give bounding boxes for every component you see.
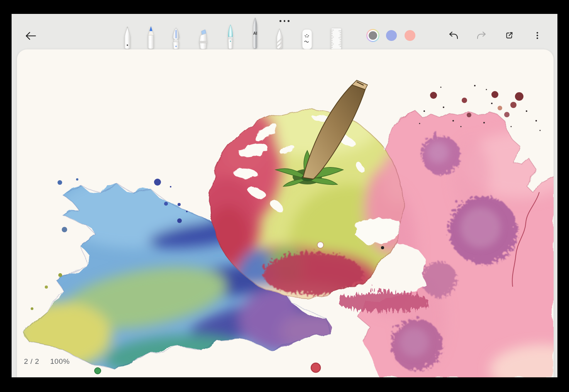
- toolbar: AI: [12, 14, 557, 49]
- artwork-watercolor-apple: [17, 49, 554, 377]
- drawing-app-window: AI: [12, 14, 557, 377]
- ai-pen-icon: AI: [247, 17, 264, 49]
- pencil-icon: [142, 25, 159, 49]
- tool-ballpoint-pen[interactable]: [119, 26, 136, 49]
- color-swatch-salmon[interactable]: [405, 30, 415, 41]
- tool-textured-pen[interactable]: [271, 28, 288, 49]
- brush-icon: [222, 24, 239, 49]
- color-swatch-periwinkle[interactable]: [386, 30, 397, 41]
- tool-ruler[interactable]: [328, 27, 345, 49]
- tool-brush[interactable]: [222, 24, 239, 49]
- redo-icon: [476, 31, 487, 40]
- open-in-new-icon: [505, 31, 514, 40]
- drawing-canvas[interactable]: 2 / 2 100%: [17, 49, 554, 377]
- tool-highlighter[interactable]: [194, 29, 211, 49]
- drag-handle-dots-icon: [288, 20, 290, 22]
- drag-handle-dots-icon: [279, 20, 281, 22]
- tool-fountain-pen[interactable]: [168, 27, 185, 49]
- ruler-icon: [328, 27, 345, 49]
- tool-pencil[interactable]: [142, 25, 159, 49]
- zoom-indicator: 100%: [50, 357, 70, 366]
- tool-eraser[interactable]: [298, 28, 315, 49]
- color-swatch-active[interactable]: [366, 29, 379, 42]
- undo-button[interactable]: [445, 27, 462, 44]
- share-button[interactable]: [501, 27, 518, 44]
- tool-ai-pen[interactable]: AI: [247, 17, 264, 49]
- drag-handle-dots-icon: [284, 20, 286, 22]
- artwork-white-dot: [317, 242, 323, 248]
- back-button[interactable]: [22, 27, 39, 44]
- toolbar-drag-handle[interactable]: [279, 20, 290, 22]
- kebab-menu-icon: [534, 31, 540, 40]
- highlighter-icon: [194, 29, 211, 49]
- redo-button[interactable]: [473, 27, 490, 44]
- ai-pen-label: AI: [253, 31, 257, 35]
- more-options-button[interactable]: [529, 27, 546, 44]
- eraser-icon: [298, 28, 315, 49]
- artwork-black-speck: [381, 246, 384, 249]
- rainbow-ring-icon: [366, 29, 379, 42]
- artwork-red-fringe: [334, 288, 425, 308]
- textured-pen-icon: [271, 28, 288, 49]
- artwork-crimson-drop: [311, 363, 320, 372]
- active-color-circle: [367, 30, 378, 41]
- arrow-left-icon: [24, 30, 37, 41]
- page-indicator: 2 / 2: [24, 357, 39, 366]
- fountain-pen-icon: [168, 27, 185, 49]
- undo-icon: [448, 31, 459, 40]
- ballpoint-pen-icon: [119, 26, 136, 49]
